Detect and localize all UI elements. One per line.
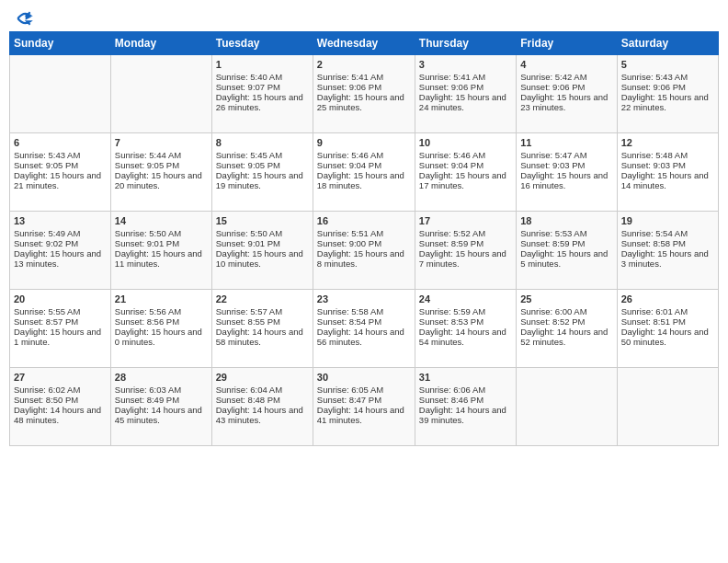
sunrise-text: Sunrise: 6:04 AM bbox=[216, 385, 282, 395]
calendar-cell bbox=[517, 368, 617, 446]
sunset-text: Sunset: 9:06 PM bbox=[419, 82, 483, 92]
daylight-text: Daylight: 15 hours and 23 minutes. bbox=[520, 92, 608, 112]
calendar-cell: 27Sunrise: 6:02 AMSunset: 8:50 PMDayligh… bbox=[10, 368, 111, 446]
calendar-cell: 10Sunrise: 5:46 AMSunset: 9:04 PMDayligh… bbox=[415, 133, 516, 212]
day-number: 4 bbox=[520, 59, 612, 70]
sunset-text: Sunset: 9:06 PM bbox=[317, 82, 381, 92]
calendar-table: SundayMondayTuesdayWednesdayThursdayFrid… bbox=[9, 31, 719, 446]
sunset-text: Sunset: 9:03 PM bbox=[520, 160, 585, 170]
calendar-cell: 14Sunrise: 5:50 AMSunset: 9:01 PMDayligh… bbox=[110, 212, 211, 290]
daylight-text: Daylight: 15 hours and 14 minutes. bbox=[621, 170, 709, 190]
sunrise-text: Sunrise: 6:06 AM bbox=[419, 385, 485, 395]
calendar-cell: 15Sunrise: 5:50 AMSunset: 9:01 PMDayligh… bbox=[211, 212, 313, 290]
calendar-cell: 29Sunrise: 6:04 AMSunset: 8:48 PMDayligh… bbox=[211, 368, 313, 446]
day-number: 21 bbox=[115, 293, 208, 304]
sunrise-text: Sunrise: 5:40 AM bbox=[216, 72, 282, 82]
weekday-header-wednesday: Wednesday bbox=[313, 32, 415, 55]
sunrise-text: Sunrise: 5:44 AM bbox=[115, 150, 181, 160]
day-number: 29 bbox=[216, 372, 309, 383]
weekday-header-thursday: Thursday bbox=[415, 32, 516, 55]
sunset-text: Sunset: 8:57 PM bbox=[14, 316, 78, 327]
daylight-text: Daylight: 15 hours and 7 minutes. bbox=[419, 248, 506, 269]
daylight-text: Daylight: 15 hours and 11 minutes. bbox=[115, 248, 202, 269]
day-number: 12 bbox=[621, 137, 714, 148]
sunset-text: Sunset: 8:48 PM bbox=[216, 395, 280, 405]
daylight-text: Daylight: 15 hours and 8 minutes. bbox=[317, 248, 404, 269]
sunset-text: Sunset: 8:53 PM bbox=[419, 316, 483, 327]
daylight-text: Daylight: 14 hours and 54 minutes. bbox=[419, 327, 506, 347]
daylight-text: Daylight: 15 hours and 19 minutes. bbox=[216, 170, 303, 190]
sunrise-text: Sunrise: 5:42 AM bbox=[520, 72, 586, 82]
day-number: 23 bbox=[317, 293, 411, 304]
day-number: 9 bbox=[317, 137, 411, 148]
day-number: 13 bbox=[14, 215, 107, 226]
daylight-text: Daylight: 14 hours and 56 minutes. bbox=[317, 327, 404, 347]
day-number: 31 bbox=[419, 372, 512, 383]
daylight-text: Daylight: 15 hours and 3 minutes. bbox=[621, 248, 709, 269]
sunset-text: Sunset: 8:59 PM bbox=[419, 238, 483, 248]
sunset-text: Sunset: 9:06 PM bbox=[621, 82, 686, 92]
daylight-text: Daylight: 15 hours and 17 minutes. bbox=[419, 170, 506, 190]
day-number: 26 bbox=[621, 293, 714, 304]
sunrise-text: Sunrise: 5:43 AM bbox=[14, 150, 80, 160]
calendar-cell: 30Sunrise: 6:05 AMSunset: 8:47 PMDayligh… bbox=[313, 368, 415, 446]
sunset-text: Sunset: 9:01 PM bbox=[115, 238, 179, 248]
daylight-text: Daylight: 15 hours and 5 minutes. bbox=[520, 248, 608, 269]
daylight-text: Daylight: 15 hours and 22 minutes. bbox=[621, 92, 709, 112]
sunset-text: Sunset: 8:52 PM bbox=[520, 316, 585, 327]
sunrise-text: Sunrise: 5:52 AM bbox=[419, 228, 485, 238]
day-number: 25 bbox=[520, 293, 612, 304]
sunrise-text: Sunrise: 5:59 AM bbox=[419, 306, 485, 316]
daylight-text: Daylight: 15 hours and 18 minutes. bbox=[317, 170, 404, 190]
sunrise-text: Sunrise: 5:50 AM bbox=[216, 228, 282, 238]
day-number: 17 bbox=[419, 215, 512, 226]
daylight-text: Daylight: 15 hours and 25 minutes. bbox=[317, 92, 404, 112]
sunset-text: Sunset: 8:47 PM bbox=[317, 395, 381, 405]
calendar-cell: 31Sunrise: 6:06 AMSunset: 8:46 PMDayligh… bbox=[415, 368, 516, 446]
day-number: 24 bbox=[419, 293, 512, 304]
day-number: 16 bbox=[317, 215, 411, 226]
calendar-cell: 17Sunrise: 5:52 AMSunset: 8:59 PMDayligh… bbox=[415, 212, 516, 290]
calendar-cell: 6Sunrise: 5:43 AMSunset: 9:05 PMDaylight… bbox=[10, 133, 111, 212]
sunset-text: Sunset: 8:54 PM bbox=[317, 316, 381, 327]
calendar-cell: 20Sunrise: 5:55 AMSunset: 8:57 PMDayligh… bbox=[10, 290, 111, 368]
sunset-text: Sunset: 9:03 PM bbox=[621, 160, 686, 170]
sunrise-text: Sunrise: 5:58 AM bbox=[317, 306, 383, 316]
calendar-cell bbox=[10, 55, 111, 133]
daylight-text: Daylight: 15 hours and 1 minute. bbox=[14, 327, 101, 347]
calendar-cell: 19Sunrise: 5:54 AMSunset: 8:58 PMDayligh… bbox=[617, 212, 718, 290]
calendar-cell: 25Sunrise: 6:00 AMSunset: 8:52 PMDayligh… bbox=[517, 290, 617, 368]
calendar-cell: 8Sunrise: 5:45 AMSunset: 9:05 PMDaylight… bbox=[211, 133, 313, 212]
calendar-cell: 3Sunrise: 5:41 AMSunset: 9:06 PMDaylight… bbox=[415, 55, 516, 133]
calendar-cell: 4Sunrise: 5:42 AMSunset: 9:06 PMDaylight… bbox=[517, 55, 617, 133]
sunrise-text: Sunrise: 5:50 AM bbox=[115, 228, 181, 238]
daylight-text: Daylight: 15 hours and 0 minutes. bbox=[115, 327, 202, 347]
sunrise-text: Sunrise: 6:03 AM bbox=[115, 385, 181, 395]
sunrise-text: Sunrise: 5:51 AM bbox=[317, 228, 383, 238]
day-number: 28 bbox=[115, 372, 208, 383]
day-number: 27 bbox=[14, 372, 107, 383]
sunrise-text: Sunrise: 5:46 AM bbox=[317, 150, 383, 160]
day-number: 18 bbox=[520, 215, 612, 226]
daylight-text: Daylight: 14 hours and 58 minutes. bbox=[216, 327, 303, 347]
sunrise-text: Sunrise: 5:43 AM bbox=[621, 72, 688, 82]
sunset-text: Sunset: 9:02 PM bbox=[14, 238, 78, 248]
daylight-text: Daylight: 14 hours and 39 minutes. bbox=[419, 405, 506, 425]
sunrise-text: Sunrise: 5:41 AM bbox=[317, 72, 383, 82]
sunrise-text: Sunrise: 5:49 AM bbox=[14, 228, 80, 238]
daylight-text: Daylight: 15 hours and 16 minutes. bbox=[520, 170, 608, 190]
day-number: 20 bbox=[14, 293, 107, 304]
day-number: 5 bbox=[621, 59, 714, 70]
sunrise-text: Sunrise: 5:55 AM bbox=[14, 306, 80, 316]
day-number: 3 bbox=[419, 59, 512, 70]
day-number: 1 bbox=[216, 59, 309, 70]
sunrise-text: Sunrise: 5:45 AM bbox=[216, 150, 282, 160]
sunrise-text: Sunrise: 6:01 AM bbox=[621, 306, 688, 316]
weekday-header-sunday: Sunday bbox=[10, 32, 111, 55]
day-number: 11 bbox=[520, 137, 612, 148]
weekday-header-tuesday: Tuesday bbox=[211, 32, 313, 55]
calendar-cell: 18Sunrise: 5:53 AMSunset: 8:59 PMDayligh… bbox=[517, 212, 617, 290]
day-number: 22 bbox=[216, 293, 309, 304]
sunset-text: Sunset: 8:49 PM bbox=[115, 395, 179, 405]
sunrise-text: Sunrise: 6:00 AM bbox=[520, 306, 586, 316]
